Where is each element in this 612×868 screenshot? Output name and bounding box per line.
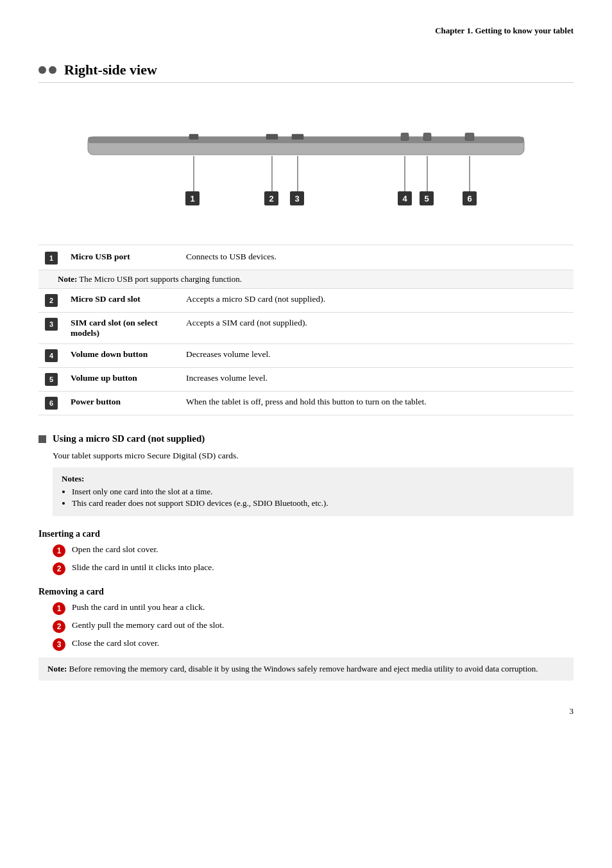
- feature-desc-2: Accepts a micro SD card (not supplied).: [186, 294, 325, 304]
- feature-name-2: Micro SD card slot: [71, 294, 140, 304]
- feature-row-3: 3 SIM card slot (on select models) Accep…: [38, 313, 574, 344]
- badge-6: 6: [45, 397, 58, 410]
- remove-step-num-2: 2: [53, 620, 65, 633]
- badge-4: 4: [45, 349, 58, 362]
- note-item-2: This card reader does not support SDIO d…: [72, 498, 565, 508]
- notes-list: Insert only one card into the slot at a …: [72, 487, 565, 508]
- inserting-title: Inserting a card: [38, 529, 574, 539]
- micro-sd-title-text: Using a micro SD card (not supplied): [53, 433, 205, 444]
- features-table: 1 Micro USB port Connects to USB devices…: [38, 245, 574, 415]
- feature-name-6: Power button: [71, 397, 121, 406]
- inserting-steps: 1 Open the card slot cover. 2 Slide the …: [38, 544, 574, 575]
- svg-text:5: 5: [424, 194, 429, 204]
- feature-row-4: 4 Volume down button Decreases volume le…: [38, 344, 574, 368]
- remove-step-3: 3 Close the card slot cover.: [53, 638, 574, 651]
- svg-rect-3: [266, 134, 278, 139]
- tablet-diagram-container: 1 2 3 4 5 6: [81, 98, 531, 229]
- svg-rect-5: [401, 133, 409, 141]
- svg-rect-1: [88, 137, 524, 143]
- feature-row-5: 5 Volume up button Increases volume leve…: [38, 368, 574, 392]
- insert-step-2: 2 Slide the card in until it clicks into…: [53, 562, 574, 575]
- feature-row-1: 1 Micro USB port Connects to USB devices…: [38, 245, 574, 270]
- svg-rect-4: [292, 134, 303, 139]
- feature-desc-4: Decreases volume level.: [186, 349, 271, 359]
- section-right-side-view: Right-side view: [38, 62, 574, 83]
- note-label-1: Note:: [58, 274, 77, 284]
- badge-5: 5: [45, 373, 58, 386]
- feature-desc-3: Accepts a SIM card (not supplied).: [186, 318, 307, 327]
- section-icon: [38, 66, 56, 74]
- feature-name-3: SIM card slot (on select models): [71, 318, 158, 338]
- note-text-1: The Micro USB port supports charging fun…: [79, 274, 242, 284]
- chapter-title: Chapter 1. Getting to know your tablet: [435, 26, 574, 35]
- section-title-text: Right-side view: [64, 62, 157, 78]
- insert-step-text-1: Open the card slot cover.: [72, 544, 158, 555]
- micro-sd-title: Using a micro SD card (not supplied): [38, 433, 574, 444]
- feature-desc-1: Connects to USB devices.: [186, 252, 276, 261]
- svg-rect-6: [423, 133, 431, 141]
- remove-step-text-1: Push the card in until you hear a click.: [72, 602, 205, 612]
- bottom-note-label: Note:: [47, 664, 67, 673]
- insert-step-text-2: Slide the card in until it clicks into p…: [72, 562, 214, 573]
- feature-desc-5: Increases volume level.: [186, 373, 268, 383]
- dot1: [38, 66, 46, 74]
- insert-step-num-1: 1: [53, 544, 65, 557]
- feature-desc-6: When the tablet is off, press and hold t…: [186, 397, 427, 406]
- svg-text:3: 3: [294, 194, 299, 204]
- svg-text:4: 4: [402, 194, 407, 204]
- svg-text:2: 2: [269, 194, 273, 204]
- chapter-header: Chapter 1. Getting to know your tablet: [38, 26, 574, 36]
- micro-sd-section: Using a micro SD card (not supplied) You…: [38, 433, 574, 681]
- feature-name-5: Volume up button: [71, 373, 137, 383]
- feature-note-1: Note: The Micro USB port supports chargi…: [38, 270, 574, 289]
- remove-step-num-3: 3: [53, 638, 65, 651]
- insert-step-num-2: 2: [53, 562, 65, 575]
- dot2: [49, 66, 56, 74]
- bottom-note-text: Before removing the memory card, disable…: [69, 664, 538, 673]
- feature-row-6: 6 Power button When the tablet is off, p…: [38, 392, 574, 415]
- micro-sd-intro: Your tablet supports micro Secure Digita…: [38, 451, 574, 461]
- insert-step-1: 1 Open the card slot cover.: [53, 544, 574, 557]
- remove-step-text-3: Close the card slot cover.: [72, 638, 159, 648]
- square-icon: [38, 435, 46, 443]
- feature-name-1: Micro USB port: [71, 252, 130, 261]
- remove-step-1: 1 Push the card in until you hear a clic…: [53, 602, 574, 615]
- notes-label: Notes:: [62, 474, 565, 484]
- svg-rect-7: [465, 133, 474, 141]
- notes-box: Notes: Insert only one card into the slo…: [53, 467, 574, 516]
- remove-step-num-1: 1: [53, 602, 65, 615]
- tablet-side-diagram: 1 2 3 4 5 6: [81, 98, 531, 227]
- svg-text:6: 6: [467, 194, 472, 204]
- page-number: 3: [38, 706, 574, 716]
- page-number-text: 3: [570, 706, 574, 716]
- remove-step-text-2: Gently pull the memory card out of the s…: [72, 620, 224, 630]
- feature-row-2: 2 Micro SD card slot Accepts a micro SD …: [38, 289, 574, 313]
- svg-text:1: 1: [190, 194, 194, 204]
- svg-rect-2: [189, 134, 198, 139]
- bottom-note: Note: Before removing the memory card, d…: [38, 657, 574, 681]
- note-item-1: Insert only one card into the slot at a …: [72, 487, 565, 497]
- feature-name-4: Volume down button: [71, 349, 148, 359]
- badge-2: 2: [45, 294, 58, 307]
- badge-3: 3: [45, 318, 58, 331]
- removing-title: Removing a card: [38, 587, 574, 597]
- badge-1: 1: [45, 252, 58, 265]
- removing-steps: 1 Push the card in until you hear a clic…: [38, 602, 574, 651]
- remove-step-2: 2 Gently pull the memory card out of the…: [53, 620, 574, 633]
